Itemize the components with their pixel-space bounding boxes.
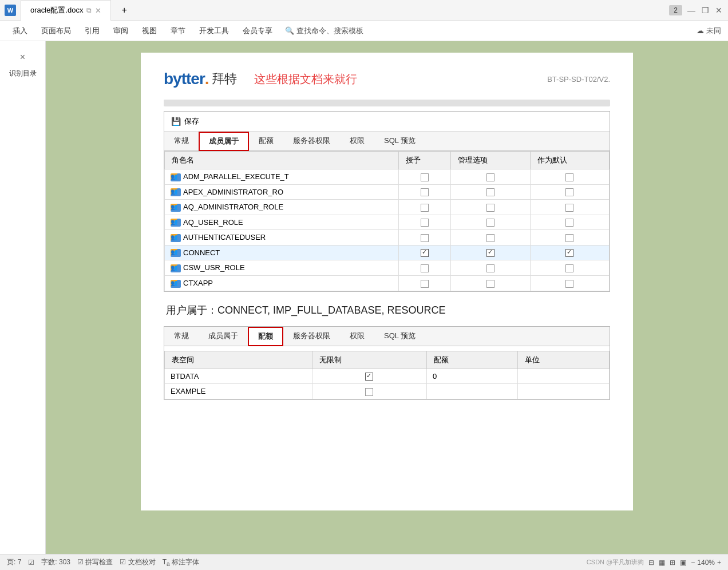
admin-checkbox[interactable] — [486, 264, 494, 272]
default-cell[interactable] — [530, 215, 609, 230]
unlimited-cell[interactable] — [312, 384, 426, 399]
view-icon-4[interactable]: ▣ — [680, 559, 686, 567]
close-button[interactable]: ✕ — [714, 6, 723, 15]
tab-sql[interactable]: SQL 预览 — [374, 132, 425, 151]
view-icon-2[interactable]: ▦ — [659, 559, 665, 567]
default-checkbox[interactable] — [565, 204, 573, 212]
zoom-controls[interactable]: − 140% + — [691, 559, 721, 567]
granted-checkbox[interactable] — [421, 280, 429, 288]
zoom-in-button[interactable]: + — [717, 559, 721, 567]
default-checkbox[interactable] — [565, 173, 573, 181]
default-cell[interactable] — [530, 230, 609, 246]
tab-general[interactable]: 常规 — [164, 132, 199, 151]
default-cell[interactable] — [530, 260, 609, 276]
admin-checkbox[interactable] — [486, 249, 494, 257]
sidebar-title: 识别目录 — [0, 69, 45, 78]
default-checkbox[interactable] — [565, 234, 573, 242]
admin-cell[interactable] — [451, 230, 530, 246]
admin-cell[interactable] — [451, 215, 530, 230]
quota-tab-server-perms[interactable]: 服务器权限 — [283, 327, 340, 346]
admin-checkbox[interactable] — [486, 234, 494, 242]
granted-cell[interactable] — [398, 230, 451, 246]
table-row: 👥CTXAPP — [165, 275, 610, 291]
spell-check[interactable]: ☑ 拼写检查 — [77, 557, 113, 567]
default-checkbox[interactable] — [565, 188, 573, 196]
granted-checkbox[interactable] — [421, 219, 429, 227]
admin-checkbox[interactable] — [486, 173, 494, 181]
granted-checkbox[interactable] — [421, 173, 429, 181]
restore-win-icon[interactable]: ⧉ — [86, 6, 92, 14]
sidebar-close-button[interactable]: × — [14, 48, 32, 66]
quota-tab-quota[interactable]: 配额 — [248, 327, 283, 346]
default-checkbox[interactable] — [565, 249, 573, 257]
scrollbar-area[interactable] — [164, 100, 610, 106]
admin-checkbox[interactable] — [486, 188, 494, 196]
minimize-button[interactable]: — — [687, 6, 696, 15]
admin-checkbox[interactable] — [486, 280, 494, 288]
menu-member[interactable]: 会员专享 — [237, 23, 278, 38]
admin-cell[interactable] — [451, 260, 530, 276]
quota-tab-member[interactable]: 成员属于 — [199, 327, 248, 346]
restore-button[interactable]: ❐ — [701, 6, 710, 15]
admin-checkbox[interactable] — [486, 204, 494, 212]
admin-cell[interactable] — [451, 275, 530, 291]
quota-tab-general[interactable]: 常规 — [164, 327, 199, 346]
tab-server-perms[interactable]: 服务器权限 — [283, 132, 340, 151]
menu-devtools[interactable]: 开发工具 — [193, 23, 235, 38]
granted-checkbox[interactable] — [421, 234, 429, 242]
search-label[interactable]: 查找命令、搜索模板 — [296, 26, 363, 36]
zoom-out-button[interactable]: − — [691, 559, 695, 567]
default-cell[interactable] — [530, 275, 609, 291]
default-checkbox[interactable] — [565, 280, 573, 288]
save-label[interactable]: 保存 — [184, 116, 199, 126]
default-cell[interactable] — [530, 200, 609, 215]
menu-chapter[interactable]: 章节 — [165, 23, 191, 38]
table-row: 👥ADM_PARALLEL_EXECUTE_T — [165, 169, 610, 185]
menu-view[interactable]: 视图 — [136, 23, 163, 38]
granted-checkbox[interactable] — [421, 188, 429, 196]
default-checkbox[interactable] — [565, 264, 573, 272]
view-icon-3[interactable]: ⊞ — [670, 559, 675, 567]
default-cell[interactable] — [530, 169, 609, 185]
granted-cell[interactable] — [398, 245, 451, 260]
unlimited-checkbox[interactable] — [365, 373, 373, 381]
menu-page-layout[interactable]: 页面布局 — [35, 23, 77, 38]
menu-search-bar[interactable]: 🔍 查找命令、搜索模板 — [285, 26, 363, 36]
col-role-name: 角色名 — [165, 152, 399, 169]
granted-cell[interactable] — [398, 275, 451, 291]
granted-checkbox[interactable] — [421, 264, 429, 272]
add-tab-button[interactable]: + — [116, 2, 132, 19]
view-icon-1[interactable]: ⊟ — [648, 559, 654, 567]
unlimited-cell[interactable] — [312, 369, 426, 384]
menu-reference[interactable]: 引用 — [79, 23, 105, 38]
document-tab[interactable]: oracle配置.docx ⧉ ✕ — [21, 0, 111, 21]
col-admin: 管理选项 — [451, 152, 530, 169]
quota-tab-sql[interactable]: SQL 预览 — [374, 327, 425, 346]
doc-check[interactable]: ☑ 文档校对 — [120, 557, 155, 567]
quota-tab-perms[interactable]: 权限 — [340, 327, 374, 346]
granted-checkbox[interactable] — [421, 249, 429, 257]
tab-member[interactable]: 成员属于 — [199, 132, 249, 151]
tab-perms[interactable]: 权限 — [340, 132, 374, 151]
granted-cell[interactable] — [398, 260, 451, 276]
granted-cell[interactable] — [398, 169, 451, 185]
admin-checkbox[interactable] — [486, 219, 494, 227]
col-granted: 授予 — [398, 152, 451, 169]
default-cell[interactable] — [530, 245, 609, 260]
admin-cell[interactable] — [451, 169, 530, 185]
tab-quota[interactable]: 配额 — [249, 132, 283, 151]
admin-cell[interactable] — [451, 184, 530, 200]
menu-insert[interactable]: 插入 — [7, 23, 33, 38]
granted-cell[interactable] — [398, 215, 451, 230]
granted-cell[interactable] — [398, 200, 451, 215]
menu-review[interactable]: 审阅 — [108, 23, 134, 38]
granted-cell[interactable] — [398, 184, 451, 200]
doc-header: bytter.拜特 这些根据文档来就行 BT-SP-SD-T02/V2. — [164, 70, 610, 88]
granted-checkbox[interactable] — [421, 204, 429, 212]
unlimited-checkbox[interactable] — [365, 388, 373, 396]
admin-cell[interactable] — [451, 245, 530, 260]
default-checkbox[interactable] — [565, 219, 573, 227]
default-cell[interactable] — [530, 184, 609, 200]
close-tab-icon[interactable]: ✕ — [95, 6, 101, 15]
admin-cell[interactable] — [451, 200, 530, 215]
